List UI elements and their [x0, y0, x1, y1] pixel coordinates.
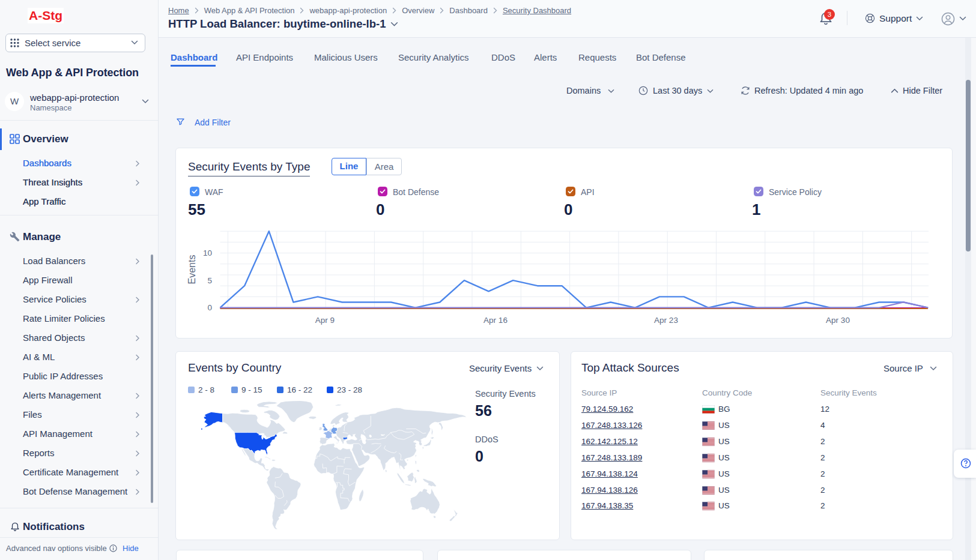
- svg-text:Apr 9: Apr 9: [315, 316, 335, 325]
- svg-text:5: 5: [207, 276, 212, 285]
- svg-text:0: 0: [207, 303, 212, 312]
- svg-text:Apr 16: Apr 16: [483, 316, 508, 325]
- svg-text:10: 10: [203, 248, 212, 257]
- svg-text:Apr 23: Apr 23: [654, 316, 678, 325]
- svg-text:Apr 30: Apr 30: [826, 316, 850, 325]
- svg-text:Events: Events: [187, 255, 197, 285]
